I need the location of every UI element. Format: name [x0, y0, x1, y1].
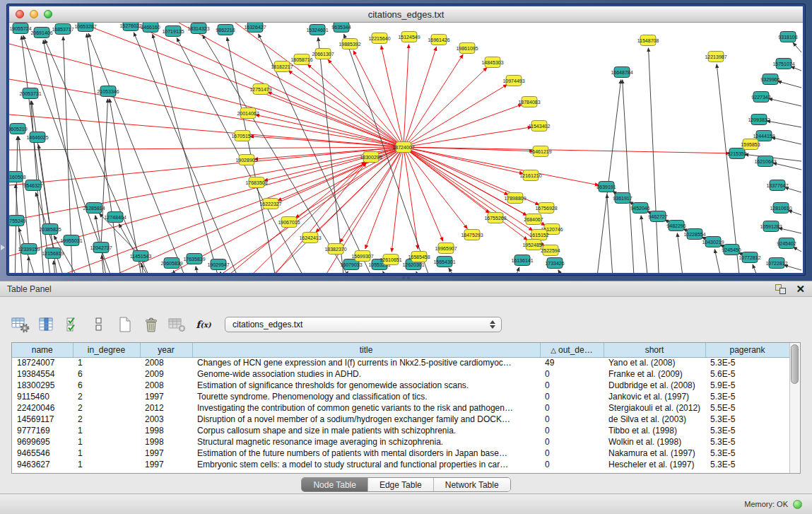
graph-node[interactable]: 9329966 [760, 74, 779, 85]
scrollbar-thumb[interactable] [791, 344, 799, 384]
graph-node[interactable]: 8755249 [9, 216, 26, 226]
graph-node[interactable]: 18382370 [324, 244, 346, 255]
graph-node[interactable]: 16326427 [244, 23, 266, 33]
table-row[interactable]: 946554611997Estimation of the future num… [12, 448, 789, 459]
graph-node[interactable]: 17635839 [183, 254, 205, 264]
graph-node[interactable]: 19955031 [60, 235, 82, 246]
graph-node[interactable]: 16961426 [428, 35, 449, 45]
table-cell[interactable]: 6 [73, 368, 140, 380]
table-cell[interactable]: 5.3E-5 [705, 436, 789, 448]
table-cell[interactable]: Investigating the contribution of common… [192, 402, 540, 414]
col-header-year[interactable]: year [140, 343, 192, 357]
graph-node[interactable]: 21053346 [97, 86, 119, 97]
graph-node[interactable]: 16242413 [299, 233, 321, 243]
graph-node[interactable]: 1733426 [545, 258, 564, 269]
table-cell[interactable]: 5.9E-5 [705, 380, 789, 391]
graph-node[interactable]: 18724007 [392, 142, 414, 153]
graph-node[interactable]: 19029547 [207, 259, 229, 270]
table-row[interactable]: 911546021997Tourette syndrome. Phenomeno… [12, 391, 789, 402]
graph-node[interactable]: 16585458 [408, 252, 430, 262]
table-cell[interactable]: 0 [540, 368, 604, 380]
delete-table-icon-disabled[interactable] [168, 316, 187, 333]
graph-node[interactable]: 14845303 [481, 57, 503, 68]
table-cell[interactable]: Genome-wide association studies in ADHD. [192, 368, 540, 380]
graph-node[interactable]: 12339159 [18, 244, 40, 255]
panel-collapse-arrow[interactable] [1, 245, 5, 250]
select-mode-icon[interactable] [64, 316, 82, 333]
graph-node[interactable]: 17898809 [504, 193, 526, 204]
close-panel-icon[interactable]: ✕ [796, 284, 805, 294]
table-cell[interactable]: 9463627 [12, 459, 73, 470]
graph-node[interactable]: 15124549 [398, 32, 420, 42]
tab-node-table[interactable]: Node Table [302, 478, 367, 491]
graph-node[interactable]: 9452046 [630, 203, 649, 214]
table-cell[interactable]: 5.6E-5 [705, 368, 789, 380]
table-cell[interactable]: Tourette syndrome. Phenomenology and cla… [192, 391, 540, 402]
table-cell[interactable]: Estimation of significance thresholds fo… [192, 380, 540, 391]
graph-node[interactable]: 12161210 [519, 170, 541, 181]
table-cell[interactable]: Stergiakouli et al. (2012) [604, 402, 705, 414]
graph-node[interactable]: 16853717 [52, 24, 73, 35]
table-cell[interactable]: 2 [73, 391, 140, 402]
col-header-name[interactable]: name [12, 343, 73, 357]
close-window-button[interactable] [16, 10, 24, 18]
graph-node[interactable]: 19965907 [435, 243, 457, 254]
graph-node[interactable]: 8639191 [596, 182, 616, 192]
table-cell[interactable]: Structural magnetic resonance image aver… [192, 436, 540, 448]
graph-node[interactable]: 12748404 [104, 212, 126, 223]
table-cell[interactable]: 5.5E-5 [705, 402, 789, 414]
table-cell[interactable]: 5.3E-5 [705, 425, 789, 436]
minimize-window-button[interactable] [30, 10, 38, 18]
tab-network-table[interactable]: Network Table [433, 478, 510, 491]
graph-node[interactable]: 2522594 [541, 245, 560, 256]
graph-node[interactable]: 16210643 [754, 156, 776, 167]
table-cell[interactable]: 2008 [140, 380, 192, 391]
table-cell[interactable]: 1997 [140, 391, 192, 402]
table-cell[interactable]: Corpus callosum shape and size in male p… [192, 425, 540, 436]
graph-node[interactable]: 19885392 [339, 39, 360, 49]
graph-node[interactable]: 15699307 [351, 251, 373, 262]
table-cell[interactable]: 9465546 [12, 448, 73, 459]
table-cell[interactable]: 0 [540, 380, 604, 391]
graph-node[interactable]: 12213987 [705, 52, 726, 62]
table-cell[interactable]: Dudbridge et al. (2008) [604, 380, 705, 391]
graph-node[interactable]: 11543402 [529, 121, 551, 132]
table-cell[interactable]: Yano et al. (2008) [604, 357, 705, 368]
float-panel-icon[interactable] [775, 284, 786, 294]
new-column-icon[interactable] [116, 316, 134, 333]
window-titlebar[interactable]: citations_edges.txt [9, 6, 803, 23]
graph-node[interactable]: 17683508 [245, 177, 267, 188]
row-height-icon[interactable] [90, 316, 108, 333]
delete-column-icon[interactable] [142, 316, 160, 333]
graph-node[interactable]: 9605219 [9, 124, 28, 134]
table-row[interactable]: 969969511998Structural magnetic resonanc… [12, 436, 789, 448]
table-cell[interactable]: 6 [73, 380, 140, 391]
table-cell[interactable]: Embryonic stem cells: a model to study s… [192, 459, 540, 470]
table-cell[interactable]: 1 [73, 425, 140, 436]
table-cell[interactable]: 0 [540, 459, 604, 470]
table-cell[interactable]: 9115460 [12, 391, 73, 402]
column-visibility-icon[interactable] [37, 316, 56, 333]
graph-node[interactable]: 12610651 [379, 255, 401, 265]
table-cell[interactable]: 1 [73, 357, 140, 368]
graph-node[interactable]: 9318108 [778, 32, 797, 42]
graph-node[interactable]: 10722812 [765, 258, 787, 269]
table-cell[interactable]: 14569117 [12, 414, 73, 425]
graph-node[interactable]: 20385825 [39, 224, 61, 235]
table-cell[interactable]: 22420046 [12, 402, 73, 414]
graph-node[interactable]: 20053731 [19, 88, 41, 99]
table-cell[interactable]: 5.3E-5 [705, 448, 789, 459]
splitter-handle[interactable] [398, 276, 413, 280]
graph-node[interactable]: 19067016 [278, 217, 300, 228]
graph-node[interactable]: 8215353 [727, 148, 746, 159]
table-row[interactable]: 1938455462009Genome-wide association stu… [12, 368, 789, 380]
table-cell[interactable]: Nakamura et al. (1997) [604, 448, 705, 459]
table-row[interactable]: 1830029562008Estimation of significance … [12, 380, 789, 391]
graph-node[interactable]: 11548708 [637, 35, 659, 46]
table-cell[interactable]: 2012 [140, 402, 192, 414]
graph-node[interactable]: 16756928 [535, 203, 557, 214]
table-cell[interactable]: Estimation of the future numbers of pati… [192, 448, 540, 459]
graph-node[interactable]: 14646025 [26, 132, 48, 143]
table-cell[interactable]: 0 [540, 402, 604, 414]
table-cell[interactable]: 0 [540, 436, 604, 448]
